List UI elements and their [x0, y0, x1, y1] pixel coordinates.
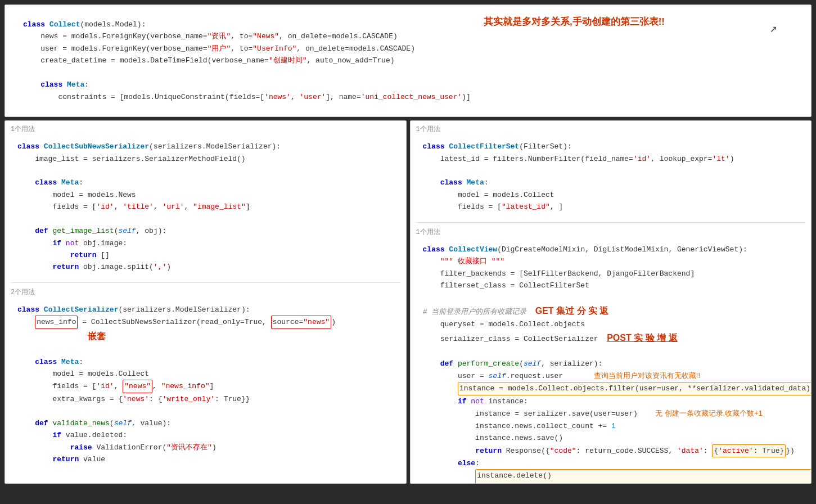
- left-code-block-2: class CollectSerializer(serializers.Mode…: [11, 299, 400, 470]
- top-code-block: class Collect(models.Model): news = mode…: [16, 14, 800, 107]
- right-code-panel: 1个用法 class CollectFilterSet(FilterSet): …: [410, 120, 812, 484]
- right-code-block-1: class CollectFilterSet(FilterSet): lates…: [416, 136, 806, 218]
- left-code-panel: 1个用法 class CollectSubNewsSerializer(seri…: [4, 120, 407, 484]
- main-container: class Collect(models.Model): news = mode…: [0, 0, 816, 504]
- left-usage1-label: 1个用法: [11, 124, 400, 134]
- top-code-panel: class Collect(models.Model): news = mode…: [4, 4, 812, 117]
- left-code-block-1: class CollectSubNewsSerializer(serialize…: [11, 136, 400, 278]
- right-usage2-label: 1个用法: [416, 227, 806, 237]
- cursor-area: ↗: [770, 21, 777, 36]
- right-code-block-2: class CollectView(DigCreateModelMixin, D…: [416, 239, 806, 483]
- left-usage2-label: 2个用法: [11, 287, 400, 297]
- top-annotation: 其实就是多对多关系,手动创建的第三张表!!: [484, 15, 665, 28]
- right-usage1-label: 1个用法: [416, 124, 806, 134]
- bottom-panels: 1个用法 class CollectSubNewsSerializer(seri…: [4, 120, 812, 484]
